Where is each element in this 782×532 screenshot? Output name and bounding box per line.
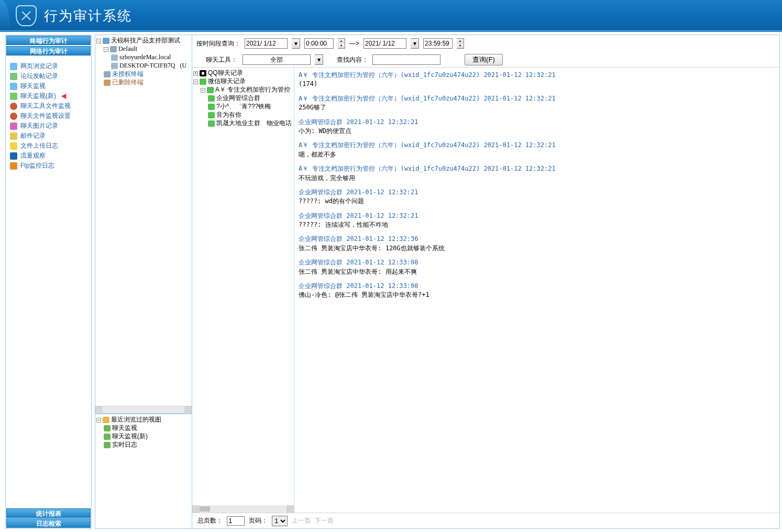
chat-message: 企业网管综合群 2021-01-12 12:32:21小为: WD的便宜点 — [299, 118, 775, 136]
range-arrow: —> — [349, 40, 359, 47]
time-to[interactable] — [423, 38, 453, 49]
wx-account[interactable]: A￥ 专注文档加密行为管控（7 — [215, 86, 294, 93]
nav-item-label: 聊天工具文件监视 — [20, 101, 71, 111]
chat-message: A￥ 专注文档加密行为管控（六年）(wxid_1fc7u0zu474u22) 2… — [299, 141, 775, 159]
tree-host[interactable]: DESKTOP-TCIFB7Q — [119, 62, 175, 69]
wechat-icon — [208, 112, 215, 118]
chatmonnew-icon — [10, 93, 17, 100]
wx-root[interactable]: 微信聊天记录 — [208, 77, 246, 85]
tree-collapse-icon[interactable]: − — [193, 80, 198, 84]
qq-icon — [200, 70, 206, 76]
total-pages — [227, 516, 245, 526]
nav-item-label: 邮件记录 — [20, 131, 46, 141]
nav-item-mail[interactable]: 邮件记录 — [9, 131, 88, 141]
message-header: A￥ 专注文档加密行为管控（六年）(wxid_1fc7u0zu474u22) 2… — [299, 94, 775, 103]
query-toolbar: 按时间段查询： ▾ ▴▾ —> ▾ ▴▾ 聊天工具： ▾ 查找内容： 查询(F) — [192, 35, 779, 68]
tree-collapse-icon[interactable]: − — [96, 418, 101, 423]
tree-collapse-icon[interactable]: − — [104, 47, 108, 52]
message-body: (174) — [299, 80, 775, 88]
wx-chat[interactable]: ?小^、゛青???铁梅 — [216, 103, 271, 110]
chat-session-tree[interactable]: +QQ聊天记录 −微信聊天记录 −A￥ 专注文档加密行为管控（7 企业网管综合群… — [192, 68, 294, 513]
recent-item[interactable]: 实时日志 — [112, 441, 137, 448]
nav-item-web[interactable]: 网页浏览记录 — [9, 61, 88, 71]
prev-page[interactable]: 上一页 — [292, 516, 311, 525]
message-header: 企业网管综合群 2021-01-12 12:32:21 — [299, 212, 775, 220]
group-icon — [110, 46, 117, 52]
tree-hscrollbar[interactable] — [95, 406, 192, 413]
chatimg-icon — [10, 123, 17, 130]
view-icon — [104, 434, 111, 440]
wx-chat[interactable]: 企业网管综合群 — [216, 94, 260, 102]
dropdown-icon[interactable]: ▾ — [292, 38, 300, 49]
wechat-icon — [208, 95, 215, 102]
chat-message: 企业网管综合群 2021-01-12 12:33:08佛山-冷色: @张二伟 男… — [299, 282, 775, 300]
chat-tool-label: 聊天工具： — [196, 56, 238, 64]
nav-item-label: 聊天监视(新) — [20, 91, 56, 101]
nav-item-label: 聊天文件监视设置 — [20, 111, 71, 121]
nav-item-chattoolfile[interactable]: 聊天工具文件监视 — [9, 101, 88, 111]
recent-item[interactable]: 聊天监视(新) — [112, 433, 148, 440]
pager: 总页数： 页码： 1 上一页 下一页 — [192, 513, 779, 528]
page-label: 页码： — [249, 516, 268, 525]
nav-item-flow[interactable]: 流量观察 — [9, 151, 88, 161]
tree-collapse-icon[interactable]: − — [96, 39, 101, 43]
wx-chat[interactable]: 音为有你 — [216, 111, 241, 118]
page-select[interactable]: 1 — [272, 516, 288, 526]
star-icon — [103, 417, 109, 423]
nav-group-terminal[interactable]: 终端行为审计 — [6, 36, 91, 45]
spinner-icon[interactable]: ▴▾ — [457, 38, 464, 49]
chat-tree-hscrollbar[interactable] — [192, 505, 294, 513]
nav-item-ftp[interactable]: Ftp监控日志 — [9, 161, 88, 171]
nav-item-forum[interactable]: 论坛发帖记录 — [9, 71, 88, 81]
view-icon — [104, 425, 111, 431]
query-button[interactable]: 查询(F) — [465, 54, 503, 65]
nav-item-label: 流量观察 — [20, 151, 46, 161]
tree-collapse-icon[interactable]: − — [201, 88, 205, 93]
nav-group-network[interactable]: 网络行为审计 — [6, 46, 91, 56]
message-header: 企业网管综合群 2021-01-12 12:32:21 — [299, 188, 775, 197]
org-tree[interactable]: −天锐科技产品支持部测试 −Default szboyuedeMac.local… — [95, 35, 192, 406]
tree-unauth[interactable]: 未授权终端 — [112, 70, 144, 77]
time-from[interactable] — [304, 38, 334, 49]
web-icon — [10, 63, 17, 70]
arrow-red-icon: ◀ — [61, 91, 66, 101]
message-list[interactable]: A￥ 专注文档加密行为管控（六年）(wxid_1fc7u0zu474u22) 2… — [294, 68, 779, 513]
message-header: A￥ 专注文档加密行为管控（六年）(wxid_1fc7u0zu474u22) 2… — [299, 164, 775, 173]
view-icon — [104, 442, 111, 448]
tree-host[interactable]: szboyuedeMac.local — [119, 53, 171, 61]
qq-root[interactable]: QQ聊天记录 — [208, 69, 243, 76]
wx-chat[interactable]: 凯晟大地业主群 物业电话 — [216, 119, 292, 127]
dropdown-icon[interactable]: ▾ — [315, 54, 323, 65]
nav-group-logsearch[interactable]: 日志检索 — [6, 518, 91, 528]
recent-title: 最近浏览过的视图 — [111, 416, 161, 423]
nav-item-chatmonnew[interactable]: 聊天监视(新)◀ — [9, 91, 88, 101]
spinner-icon[interactable]: ▴▾ — [338, 38, 345, 49]
message-header: A￥ 专注文档加密行为管控（六年）(wxid_1fc7u0zu474u22) 2… — [299, 71, 775, 80]
date-from[interactable] — [245, 38, 288, 49]
nav-item-chatmon[interactable]: 聊天监视 — [9, 81, 88, 91]
nav-item-fileup[interactable]: 文件上传日志 — [9, 141, 88, 151]
tree-root-label[interactable]: 天锐科技产品支持部测试 — [111, 37, 180, 44]
chat-message: A￥ 专注文档加密行为管控（六年）(wxid_1fc7u0zu474u22) 2… — [299, 71, 775, 89]
dropdown-icon[interactable]: ▾ — [411, 38, 419, 49]
flow-icon — [10, 152, 17, 160]
tree-deleted[interactable]: 已删除终端 — [112, 79, 144, 86]
date-to[interactable] — [364, 38, 406, 49]
nav-item-label: 聊天图片记录 — [20, 121, 58, 131]
chat-message: 企业网管综合群 2021-01-12 12:32:21?????: wd的有个问… — [299, 188, 775, 206]
mail-icon — [10, 132, 17, 140]
nav-item-chatfilesetting[interactable]: 聊天文件监视设置 — [9, 111, 88, 121]
tree-group-label[interactable]: Default — [118, 45, 137, 52]
ftp-icon — [10, 162, 17, 170]
recent-tree[interactable]: −最近浏览过的视图 聊天监视 聊天监视(新) 实时日志 — [95, 413, 192, 528]
app-title: 行为审计系统 — [44, 7, 132, 25]
next-page[interactable]: 下一页 — [315, 516, 334, 525]
message-body: 250G够了 — [299, 103, 775, 112]
nav-items: 网页浏览记录论坛发帖记录聊天监视聊天监视(新)◀聊天工具文件监视聊天文件监视设置… — [6, 56, 91, 508]
nav-item-chatimg[interactable]: 聊天图片记录 — [9, 121, 88, 131]
recent-item[interactable]: 聊天监视 — [112, 424, 137, 431]
chat-tool-combo[interactable] — [243, 54, 311, 65]
tree-expand-icon[interactable]: + — [193, 71, 198, 76]
nav-group-stats[interactable]: 统计报表 — [6, 508, 91, 518]
search-input[interactable] — [372, 54, 440, 65]
